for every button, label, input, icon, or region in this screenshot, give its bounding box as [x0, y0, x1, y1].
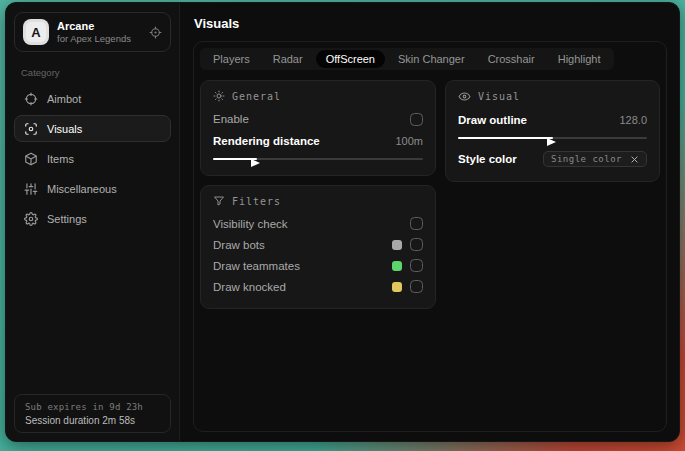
general-panel: General Enable Rendering distance 100m [200, 80, 436, 176]
category-label: Category [21, 67, 171, 78]
funnel-icon [213, 195, 225, 207]
style-color-select[interactable]: Single color [543, 151, 647, 167]
sub-expires-text: Sub expires in 9d 23h [25, 402, 160, 412]
enable-label: Enable [213, 113, 249, 125]
panel-title: Filters [232, 196, 281, 207]
tab-highlight[interactable]: Highlight [548, 50, 611, 68]
app-logo: A [23, 19, 49, 45]
style-color-label: Style color [458, 153, 517, 165]
style-color-value: Single color [551, 154, 622, 164]
sidebar-item-items[interactable]: Items [14, 145, 171, 172]
sun-icon [213, 90, 225, 102]
draw-bots-color-swatch[interactable] [392, 240, 402, 250]
panel-title: General [232, 91, 281, 102]
sidebar-nav: Aimbot Visuals Items [14, 85, 171, 232]
tab-skin-changer[interactable]: Skin Changer [388, 50, 475, 68]
filter-row-draw-bots: Draw bots [213, 234, 423, 255]
enable-checkbox[interactable] [410, 113, 423, 126]
tab-bar: Players Radar OffScreen Skin Changer Cro… [200, 48, 614, 70]
sidebar-item-label: Aimbot [47, 93, 81, 105]
filter-row-visibility-check: Visibility check [213, 213, 423, 234]
app-window: A Arcane for Apex Legends Category [5, 2, 680, 442]
page-title: Visuals [194, 16, 667, 31]
draw-outline-row: Draw outline 128.0 [458, 109, 647, 131]
tab-crosshair[interactable]: Crosshair [478, 50, 545, 68]
visibility-check-checkbox[interactable] [410, 217, 423, 230]
filter-row-draw-teammates: Draw teammates [213, 255, 423, 276]
sidebar: A Arcane for Apex Legends Category [6, 3, 180, 441]
sidebar-item-visuals[interactable]: Visuals [14, 115, 171, 142]
slider-fill [458, 137, 553, 139]
sidebar-item-label: Settings [47, 213, 87, 225]
tab-players[interactable]: Players [203, 50, 260, 68]
subscription-card: Sub expires in 9d 23h Session duration 2… [14, 394, 171, 433]
slider-fill [213, 158, 257, 160]
enable-row: Enable [213, 108, 423, 130]
rendering-distance-row: Rendering distance 100m [213, 130, 423, 152]
sidebar-item-miscellaneous[interactable]: Miscellaneous [14, 175, 171, 202]
target-icon[interactable] [149, 26, 162, 39]
close-icon[interactable] [630, 155, 639, 164]
rendering-distance-label: Rendering distance [213, 135, 320, 147]
draw-knocked-color-swatch[interactable] [392, 282, 402, 292]
sidebar-item-aimbot[interactable]: Aimbot [14, 85, 171, 112]
visual-panel: Visual Draw outline 128.0 [445, 80, 660, 182]
draw-outline-slider[interactable] [458, 133, 647, 143]
filter-label: Draw bots [213, 239, 265, 251]
draw-teammates-checkbox[interactable] [410, 259, 423, 272]
app-subtitle: for Apex Legends [57, 33, 131, 44]
slider-thumb[interactable] [251, 159, 260, 167]
sidebar-item-label: Visuals [47, 123, 82, 135]
tab-radar[interactable]: Radar [263, 50, 313, 68]
draw-knocked-checkbox[interactable] [410, 280, 423, 293]
filter-label: Visibility check [213, 218, 288, 230]
sidebar-item-settings[interactable]: Settings [14, 205, 171, 232]
draw-teammates-color-swatch[interactable] [392, 261, 402, 271]
sidebar-item-label: Miscellaneous [47, 183, 117, 195]
session-duration-text: Session duration 2m 58s [25, 415, 160, 426]
gear-icon [24, 212, 38, 226]
app-name: Arcane [57, 20, 131, 32]
draw-outline-value: 128.0 [619, 114, 647, 126]
panel-title: Visual [478, 91, 520, 102]
package-icon [24, 152, 38, 166]
main-area: Visuals Players Radar OffScreen Skin Cha… [180, 3, 679, 441]
sliders-icon [24, 182, 38, 196]
slider-thumb[interactable] [547, 138, 556, 146]
filter-row-draw-knocked: Draw knocked [213, 276, 423, 297]
eye-icon [458, 90, 471, 103]
rendering-distance-slider[interactable] [213, 154, 423, 164]
tab-offscreen[interactable]: OffScreen [316, 50, 385, 68]
filter-label: Draw teammates [213, 260, 300, 272]
style-color-row: Style color Single color [458, 148, 647, 170]
filters-panel: Filters Visibility check Draw bots [200, 185, 436, 309]
app-header-card: A Arcane for Apex Legends [14, 12, 171, 52]
scan-eye-icon [24, 122, 38, 136]
content-frame: Players Radar OffScreen Skin Changer Cro… [193, 41, 667, 432]
sidebar-item-label: Items [47, 153, 74, 165]
crosshair-icon [24, 92, 38, 106]
draw-bots-checkbox[interactable] [410, 238, 423, 251]
draw-outline-label: Draw outline [458, 114, 527, 126]
rendering-distance-value: 100m [395, 135, 423, 147]
filter-label: Draw knocked [213, 281, 286, 293]
